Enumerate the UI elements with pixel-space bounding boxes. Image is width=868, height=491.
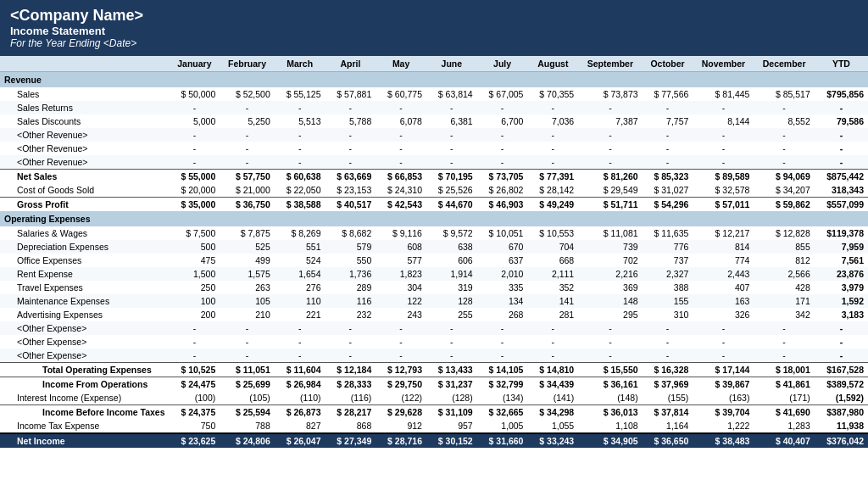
net-income-row: Net Income$ 23,625$ 24,806$ 26,047$ 27,3… [0, 433, 868, 448]
col-header-jun: June [426, 56, 477, 72]
row-label: Cost of Goods Sold [0, 183, 170, 198]
revenue-row-2: Sales Discounts5,0005,2505,5135,7886,078… [0, 114, 868, 128]
subtotal-label: Income From Operations [0, 377, 170, 392]
header: <Company Name> Income Statement For the … [0, 0, 868, 56]
row-label: Salaries & Wages [0, 226, 170, 240]
col-header-aug: August [527, 56, 578, 72]
col-header-dec: December [754, 56, 814, 72]
col-header-nov: November [693, 56, 754, 72]
row-label: Office Expenses [0, 254, 170, 267]
subtotal-label: Net Sales [0, 170, 170, 184]
interest-income-row: Interest Income (Expense)(100)(105)(110)… [0, 391, 868, 405]
op-expense-row-1: Depreciation Expenses5005255515796086386… [0, 240, 868, 254]
revenue-row-3: <Other Revenue>------------- [0, 128, 868, 142]
op-expense-row-5: Maintenance Expenses10010511011612212813… [0, 294, 868, 308]
row-label: Travel Expenses [0, 281, 170, 294]
row-label: <Other Expense> [0, 335, 170, 349]
op-expense-row-2: Office Expenses4754995245505776066376687… [0, 254, 868, 267]
op-expense-row-9: <Other Expense>------------- [0, 349, 868, 363]
net-income-label: Net Income [0, 433, 170, 448]
row-label: <Other Expense> [0, 321, 170, 335]
revenue-row-0: Sales$ 50,000$ 52,500$ 55,125$ 57,881$ 6… [0, 87, 868, 101]
row-label: <Other Revenue> [0, 155, 170, 170]
income-from-ops-row: Income From Operations$ 24,475$ 25,699$ … [0, 377, 868, 392]
row-label: Interest Income (Expense) [0, 391, 170, 405]
op-expense-row-3: Rent Expense1,5001,5751,6541,7361,8231,9… [0, 267, 868, 281]
report-title: Income Statement [10, 25, 858, 37]
op-expense-row-0: Salaries & Wages$ 7,500$ 7,875$ 8,269$ 8… [0, 226, 868, 240]
col-header-oct: October [643, 56, 693, 72]
column-header-row: January February March April May June Ju… [0, 56, 868, 72]
row-label: Rent Expense [0, 267, 170, 281]
col-header-ytd: YTD [815, 56, 868, 72]
income-tax-row: Income Tax Expense7507888278689129571,00… [0, 419, 868, 433]
col-header-mar: March [275, 56, 326, 72]
income-statement-table: January February March April May June Ju… [0, 56, 868, 448]
report-subtitle: For the Year Ending <Date> [10, 37, 858, 49]
col-header-apr: April [326, 56, 376, 72]
row-label: <Other Revenue> [0, 142, 170, 155]
net-sales-row: Net Sales$ 55,000$ 57,750$ 60,638$ 63,66… [0, 170, 868, 184]
subtotal-label: Gross Profit [0, 198, 170, 212]
op-expense-row-8: <Other Expense>------------- [0, 335, 868, 349]
col-header-sep: September [578, 56, 642, 72]
company-name: <Company Name> [10, 7, 858, 25]
row-label: <Other Expense> [0, 349, 170, 363]
col-header-may: May [376, 56, 426, 72]
col-header-jan: January [170, 56, 220, 72]
income-before-tax-row: Income Before Income Taxes$ 24,375$ 25,5… [0, 405, 868, 420]
row-label: Income Tax Expense [0, 419, 170, 433]
row-label: Maintenance Expenses [0, 294, 170, 308]
row-label: <Other Revenue> [0, 128, 170, 142]
col-header-jul: July [477, 56, 528, 72]
table-wrapper: January February March April May June Ju… [0, 56, 868, 448]
row-label: Sales [0, 87, 170, 101]
op-expense-row-4: Travel Expenses2502632762893043193353523… [0, 281, 868, 294]
col-header-label [0, 56, 170, 72]
subtotal-label: Income Before Income Taxes [0, 405, 170, 420]
row-label: Sales Discounts [0, 114, 170, 128]
col-header-feb: February [220, 56, 275, 72]
revenue-section-header: Revenue [0, 72, 868, 88]
gross-profit-row: Gross Profit$ 35,000$ 36,750$ 38,588$ 40… [0, 198, 868, 212]
row-label: Depreciation Expenses [0, 240, 170, 254]
revenue-row-5: <Other Revenue>------------- [0, 155, 868, 170]
cogs-row: Cost of Goods Sold$ 20,000$ 21,000$ 22,0… [0, 183, 868, 198]
operating-section-header: Operating Expenses [0, 211, 868, 226]
row-label: Sales Returns [0, 101, 170, 114]
total-operating-row: Total Operating Expenses$ 10,525$ 11,051… [0, 363, 868, 377]
revenue-row-4: <Other Revenue>------------- [0, 142, 868, 155]
row-label: Advertising Expenses [0, 308, 170, 321]
subtotal-label: Total Operating Expenses [0, 363, 170, 377]
revenue-row-1: Sales Returns------------- [0, 101, 868, 114]
op-expense-row-6: Advertising Expenses20021022123224325526… [0, 308, 868, 321]
op-expense-row-7: <Other Expense>------------- [0, 321, 868, 335]
